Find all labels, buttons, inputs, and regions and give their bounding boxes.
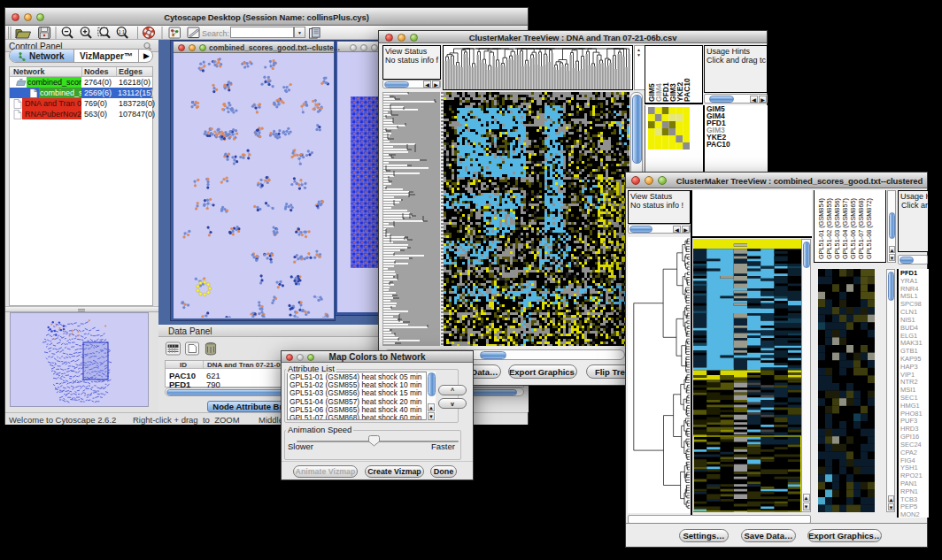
svg-text:GPL51-04 (GSM857): GPL51-04 (GSM857) (841, 198, 849, 259)
svg-text:GPL51-07 (GSM868): GPL51-07 (GSM868) (857, 198, 865, 259)
svg-text:GPL51-08 (GSM872): GPL51-08 (GSM872) (865, 198, 873, 259)
svg-text:GPL51-06 (GSM865): GPL51-06 (GSM865) (849, 198, 857, 259)
svg-text:GPL51-03 (GSM856): GPL51-03 (GSM856) (833, 198, 841, 259)
svg-text:GPL51-02 (GSM855): GPL51-02 (GSM855) (825, 198, 833, 259)
svg-text:1:1: 1:1 (119, 29, 125, 35)
svg-text:GPL51-01 (GSM854): GPL51-01 (GSM854) (817, 198, 825, 259)
svg-text:PAC10: PAC10 (683, 78, 691, 102)
